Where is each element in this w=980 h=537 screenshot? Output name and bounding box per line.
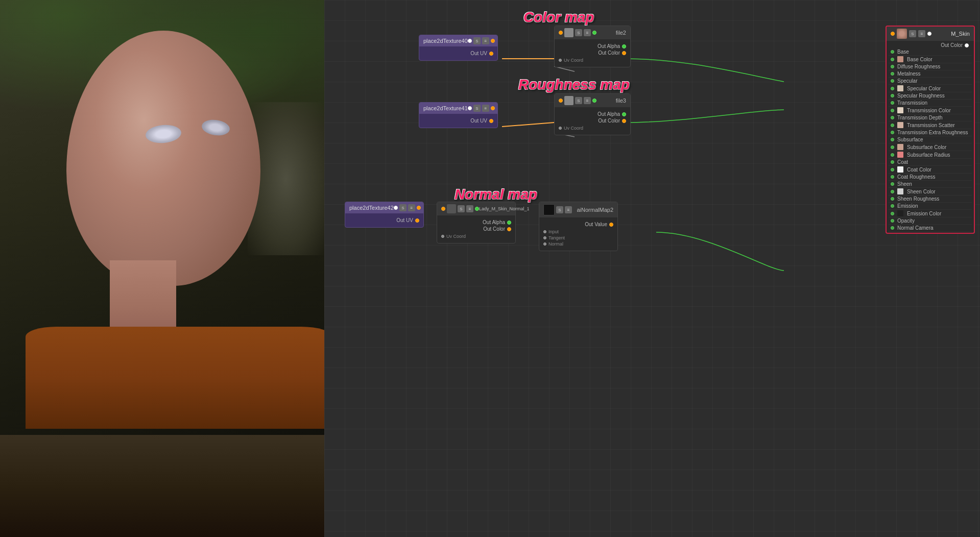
node-icon-listainm[interactable]: ≡ [565,206,572,213]
skin-prop-diffuse-roughness: Diffuse Roughness [889,63,972,70]
skin-prop-transmission-color: Transmission Color [889,107,972,114]
skin-prop-sheen-roughness: Sheen Roughness [889,196,972,203]
prop-input-dot [891,94,894,97]
node-icon-s41[interactable]: S [473,105,481,112]
prop-label: Sheen [897,181,970,187]
node-title-p42: place2dTexture42 [349,205,394,211]
prop-label: Normal Camera [897,225,970,231]
prop-input-dot [891,226,894,230]
node-header-p40: place2dTexture40 S ≡ [419,35,497,46]
skin-prop-subsurface-radius: Subsurface Radius [889,151,972,159]
prop-label: Base [897,49,970,55]
node-icon-slsn[interactable]: S [458,205,465,212]
color-swatch [897,85,903,91]
node-icon-sf3[interactable]: S [575,97,582,104]
skin-prop-sheen: Sheen [889,181,972,188]
m-skin-properties: BaseBase ColorDiffuse RoughnessMetalness… [889,48,972,232]
node-icon-listms[interactable]: ≡ [918,30,925,37]
prop-label: Transmission Scatter [907,123,970,128]
file3-node[interactable]: S ≡ file3 Out Alpha Out Color Uv Coord [554,93,631,135]
prop-input-dot [891,212,894,215]
lady-skin-normal-node[interactable]: S ≡ Lady_M_Skin_Normal_1 Out Alpha Out C… [437,202,516,243]
node-title-lsn: Lady_M_Skin_Normal_1 [479,206,530,211]
skin-prop-coat-roughness: Coat Roughness [889,174,972,181]
prop-label: Sheen Roughness [897,196,970,202]
prop-label: Coat [897,159,970,165]
ai-normal-map-node[interactable]: S ≡ aiNormalMap2 Out Value Input [539,202,618,251]
prop-label: Base Color [907,57,970,62]
prop-input-dot [891,204,894,208]
node-icon-list40[interactable]: ≡ [482,37,489,44]
node-icon-listf2[interactable]: ≡ [584,29,591,36]
color-swatch [897,166,903,173]
prop-input-dot [891,190,894,193]
prop-input-dot [891,65,894,68]
prop-label: Diffuse Roughness [897,64,970,69]
eye-right [201,118,231,137]
place2d-texture-41-node[interactable]: place2dTexture41 S ≡ Out UV [419,102,498,128]
skin-prop-base: Base [889,48,972,56]
prop-label: Specular [897,78,970,84]
node-icon-sf2[interactable]: S [575,29,582,36]
node-icon-s40[interactable]: S [473,37,481,44]
node-header-ainm: S ≡ aiNormalMap2 [539,202,617,217]
prop-label: Emission [897,203,970,209]
prop-input-dot [891,109,894,112]
place2d-texture-42-node[interactable]: place2dTexture42 S ≡ Out UV [345,202,424,228]
prop-input-dot [891,168,894,172]
node-icon-sms[interactable]: S [909,30,916,37]
normal-map-label: Normal map [455,186,537,203]
color-swatch [897,56,903,62]
node-icon-listf3[interactable]: ≡ [584,97,591,104]
prop-input-dot [891,145,894,149]
node-header-lsn: S ≡ Lady_M_Skin_Normal_1 [437,202,515,215]
skin-prop-base-color: Base Color [889,56,972,63]
prop-label: Coat Color [907,167,970,173]
m-skin-node[interactable]: S ≡ M_Skin Out Color BaseBase ColorDiffu… [886,26,975,234]
prop-input-dot [891,87,894,90]
node-editor: Color map Roughness map Normal map place… [324,0,980,537]
prop-label: Opacity [897,218,970,224]
render-viewport [0,0,324,537]
color-swatch [897,210,903,216]
prop-label: Emission Color [907,211,970,216]
roughness-map-label: Roughness map [518,77,630,93]
prop-input-dot [891,50,894,54]
file3-preview [564,96,573,105]
prop-input-dot [891,58,894,61]
prop-input-dot [891,72,894,76]
node-header-file2: S ≡ file2 [555,26,630,39]
skin-prop-sheen-color: Sheen Color [889,188,972,196]
node-icon-list41[interactable]: ≡ [482,105,489,112]
prop-label: Coat Roughness [897,174,970,180]
skin-prop-metalness: Metalness [889,70,972,78]
prop-label: Transmission Color [907,108,970,113]
node-icon-list42[interactable]: ≡ [408,204,415,211]
lsn-preview [447,204,456,213]
prop-input-dot [891,182,894,186]
node-icon-s42[interactable]: S [399,204,407,211]
head-render [66,31,260,286]
skin-prop-normal-camera: Normal Camera [889,225,972,232]
color-swatch [897,188,903,194]
skin-prop-transmission-extra-roughness: Transmission Extra Roughness [889,129,972,136]
color-swatch [897,122,903,128]
node-header-file3: S ≡ file3 [555,94,630,107]
prop-input-dot [891,101,894,105]
eye-left [145,124,182,144]
place2d-texture-40-node[interactable]: place2dTexture40 S ≡ Out UV [419,35,498,61]
file2-node[interactable]: S ≡ file2 Out Alpha Out Color Uv Coord [554,26,631,67]
color-map-label: Color map [523,9,594,26]
m-skin-preview [897,29,907,39]
node-icon-listlsn[interactable]: ≡ [466,205,473,212]
prop-input-dot [891,175,894,179]
node-icon-sainm[interactable]: S [556,206,563,213]
node-header-p41: place2dTexture41 S ≡ [419,103,497,114]
skin-prop-opacity: Opacity [889,217,972,225]
skin-prop-transmission-depth: Transmission Depth [889,114,972,121]
file2-preview [564,28,573,37]
prop-label: Specular Roughness [897,93,970,99]
skin-prop-specular: Specular [889,78,972,85]
prop-label: Specular Color [907,86,970,91]
skin-prop-coat: Coat [889,159,972,166]
